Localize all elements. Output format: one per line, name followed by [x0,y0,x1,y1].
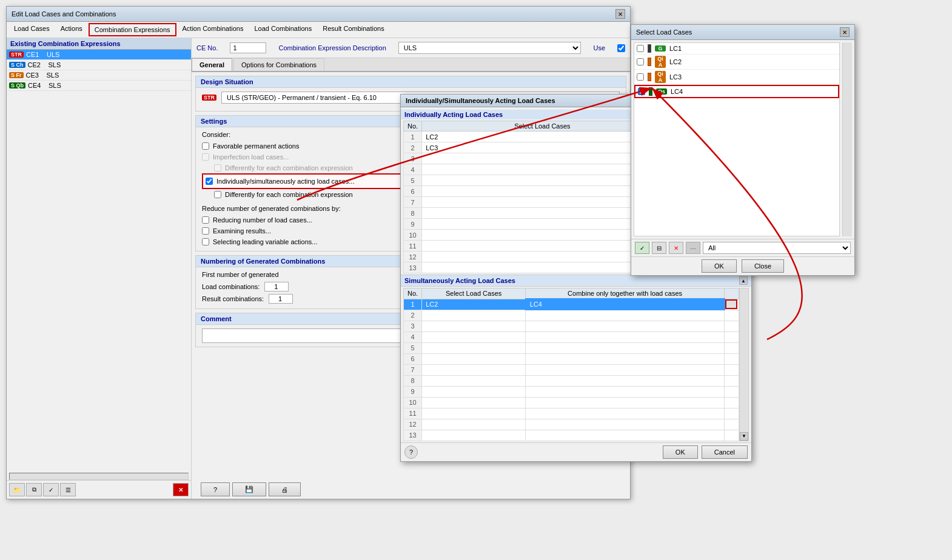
sim-row-6: 6 [404,353,739,364]
select-lc-close-button[interactable]: ✕ [840,27,850,37]
ce2-name: CE2 [28,61,46,68]
tab-general[interactable]: General [192,58,232,71]
lc1-name: LC1 [669,45,682,52]
print-button[interactable]: 🖨 [269,482,301,496]
help-button[interactable]: ? [201,482,230,496]
str-badge: STR [202,95,216,101]
combo-row-ce1[interactable]: STR CE1 ULS [7,50,191,60]
indiv-r1-lc1[interactable]: LC2 [422,132,663,142]
combo-row-ce3[interactable]: S Fr CE3 SLS [7,70,191,81]
differently-imp-checkbox[interactable] [214,164,221,172]
lc1-checkbox[interactable] [637,45,644,52]
select-lc-dialog: Select Load Cases ✕ G LC1 Qi A LC2 [631,24,855,276]
lc-list-scrollbar[interactable] [842,42,852,236]
indiv-cancel-button[interactable]: Cancel [702,445,748,459]
lc2-checkbox[interactable] [637,58,644,65]
ce1-badge: STR [9,52,24,58]
combo-row-ce4[interactable]: S Qb CE4 SLS [7,81,191,91]
combo-list-scrollbar[interactable] [9,473,189,480]
sim-r1-combine[interactable]: LC4 [526,299,725,310]
lc4-color-swatch [649,87,652,96]
lc1-badge: G [655,45,666,52]
sim-r1-ellipsis-button[interactable]: ... [725,299,737,309]
menu-bar: Load Cases Actions Combination Expressio… [7,22,630,38]
save-button[interactable]: 💾 [232,482,266,496]
check-selected-button[interactable]: ⊟ [652,242,666,254]
imperfection-checkbox[interactable] [202,153,209,161]
lc-row-lc4: Qs LC4 [634,85,839,98]
examining-checkbox[interactable] [202,227,209,235]
lc-list: G LC1 Qi A LC2 Qi A LC3 Qs [634,42,840,236]
sim-scrollbar[interactable]: ▼ [739,288,749,441]
lc3-checkbox[interactable] [637,73,644,81]
indiv-no-header: No. [404,121,422,132]
sim-row-4: 4 [404,332,739,342]
indiv-title: Individually/Simultaneously Acting Load … [406,97,555,104]
ce-number-row: CE No. Combination Expression Descriptio… [192,38,630,58]
ce4-name: CE4 [28,82,46,89]
menu-load-cases[interactable]: Load Cases [9,23,55,36]
examining-label: Examining results... [213,227,271,235]
menu-result-combinations[interactable]: Result Combinations [318,23,389,36]
lc-row-lc2: Qi A LC2 [634,55,839,70]
selecting-checkbox[interactable] [202,238,209,245]
sim-row-8: 8 [404,375,739,386]
menu-actions[interactable]: Actions [56,23,87,36]
list-button[interactable]: ☰ [60,483,76,496]
indiv-r2-no: 2 [404,142,422,153]
menu-combination-expressions[interactable]: Combination Expressions [89,23,176,36]
delete-button[interactable]: ✕ [173,483,189,496]
use-checkbox[interactable] [617,44,625,52]
reducing-checkbox[interactable] [202,216,209,224]
result-combos-input[interactable] [269,294,293,304]
indiv-r2-lc1[interactable]: LC3 [422,142,663,153]
individually-label: Individually/simultaneously acting load … [216,178,354,185]
combo-row-ce2[interactable]: S Ch CE2 SLS [7,60,191,70]
indiv-select-lc-header: Select Load Cases [422,121,663,132]
tab-options[interactable]: Options for Combinations [233,58,324,71]
simultaneously-scroll-up[interactable]: ▲ [739,276,748,285]
sim-combine-header: Combine only together with load cases [526,288,725,299]
lc-row-lc1: G LC1 [634,43,839,55]
menu-action-combinations[interactable]: Action Combinations [178,23,249,36]
copy-button[interactable]: ⧉ [26,483,42,496]
differently-indiv-label: Differently for each combination express… [225,191,353,198]
left-panel-header: Existing Combination Expressions [7,38,191,50]
ce4-type: SLS [49,82,61,89]
menu-load-combinations[interactable]: Load Combinations [249,23,317,36]
main-close-button[interactable]: ✕ [615,9,625,19]
indiv-help-button[interactable]: ? [404,445,418,459]
sim-row-3: 3 [404,321,739,332]
select-lc-body: G LC1 Qi A LC2 Qi A LC3 Qs [631,40,854,239]
sim-row-7: 7 [404,364,739,375]
ce4-badge: S Qb [9,82,25,88]
ce-number-input[interactable] [230,42,266,53]
select-lc-close-button[interactable]: Close [742,259,784,273]
lc4-badge: Qs [656,88,667,95]
check-button[interactable]: ✓ [43,483,59,496]
load-combos-input[interactable] [264,282,289,292]
tabs-row: General Options for Combinations [192,58,630,72]
sim-row-2: 2 [404,310,739,321]
select-lc-ok-button[interactable]: OK [702,259,737,273]
sim-r1-no: 1 [404,299,422,310]
left-panel: Existing Combination Expressions STR CE1… [7,38,192,499]
grey-btn[interactable]: — [686,242,700,254]
differently-indiv-checkbox[interactable] [214,191,221,198]
description-select[interactable]: ULS [398,42,582,54]
favorable-perm-checkbox[interactable] [202,142,209,150]
differently-imp-label: Differently for each combination express… [225,164,353,172]
sim-scroll-down[interactable]: ▼ [740,432,748,441]
uncheck-button[interactable]: ✕ [669,242,683,254]
add-folder-button[interactable]: 📁 [9,483,25,496]
lc4-checkbox[interactable] [638,88,645,95]
indiv-ok-button[interactable]: OK [663,445,698,459]
individually-checkbox[interactable] [206,178,213,185]
sim-row-5: 5 [404,342,739,353]
select-lc-toolbar: ✓ ⊟ ✕ — All [631,239,854,256]
sim-r1-lc[interactable]: LC2 [422,299,526,310]
lc-filter-dropdown[interactable]: All [703,242,851,254]
check-all-button[interactable]: ✓ [635,242,649,254]
design-situation-header: Design Situation [196,76,626,88]
description-label: Combination Expression Description [278,44,386,52]
